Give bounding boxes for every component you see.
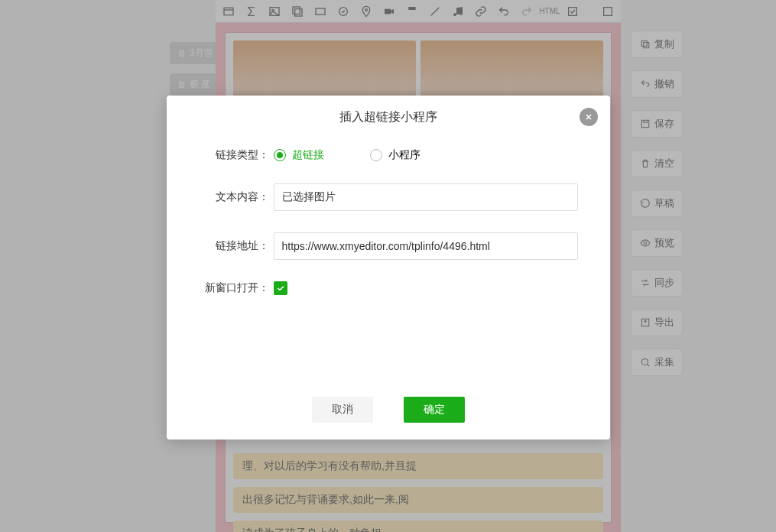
radio-circle-icon	[370, 149, 382, 161]
modal-footer: 取消 确定	[167, 397, 610, 423]
row-link-url: 链接地址：	[197, 232, 580, 260]
close-icon	[584, 112, 593, 122]
check-icon	[276, 284, 285, 293]
close-button[interactable]	[580, 108, 598, 126]
row-link-type: 链接类型： 超链接 小程序	[197, 148, 580, 162]
label-link-type: 链接类型：	[197, 148, 274, 162]
radio-circle-icon	[274, 149, 286, 161]
radio-label: 超链接	[292, 148, 324, 162]
text-content-input[interactable]	[274, 183, 578, 211]
label-text-content: 文本内容：	[197, 190, 274, 204]
insert-link-modal: 插入超链接小程序 链接类型： 超链接 小程序 文本内容	[167, 96, 610, 440]
row-new-window: 新窗口打开：	[197, 281, 580, 295]
ok-button[interactable]: 确定	[404, 397, 465, 423]
label-new-window: 新窗口打开：	[197, 281, 274, 295]
link-url-input[interactable]	[274, 232, 578, 260]
label-link-url: 链接地址：	[197, 239, 274, 253]
modal-form: 链接类型： 超链接 小程序 文本内容： 链接地址：	[167, 133, 610, 295]
new-window-checkbox[interactable]	[274, 281, 287, 295]
radio-label: 小程序	[388, 148, 420, 162]
radio-hyperlink[interactable]: 超链接	[274, 148, 324, 162]
radio-group: 超链接 小程序	[274, 148, 420, 162]
modal-title: 插入超链接小程序	[167, 96, 610, 133]
cancel-button[interactable]: 取消	[312, 397, 373, 423]
modal-overlay: 插入超链接小程序 链接类型： 超链接 小程序 文本内容	[0, 0, 776, 532]
radio-miniprogram[interactable]: 小程序	[370, 148, 420, 162]
row-text-content: 文本内容：	[197, 183, 580, 211]
